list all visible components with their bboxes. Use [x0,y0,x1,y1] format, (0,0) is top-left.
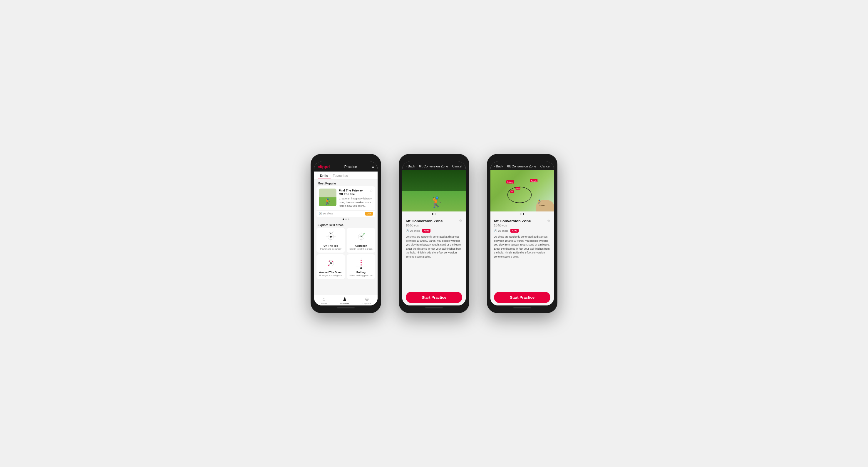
shots-meta-3: 🕐 20 shots [494,229,508,232]
off-tee-icon [323,230,338,243]
carousel-dots [314,218,378,221]
arg-tag-2: ARG [422,229,431,233]
nav-activities-label: Activities [340,302,350,305]
img-dot-2 [435,213,436,215]
screen-body: Most Popular 🏌️ Find The Fairway O [314,179,378,295]
detail-drill-title-3: 6ft Conversion Zone ☆ [494,219,550,223]
svg-point-25 [361,264,362,266]
atg-icon [323,257,338,270]
home-bar-3 [513,307,531,308]
svg-text:Miss: Miss [516,188,520,190]
tab-drills[interactable]: Drills [318,171,331,179]
drill-card[interactable]: 🏌️ Find The Fairway Off The Tee ☆ Create… [316,186,375,218]
golfer-figure: 🏌️ [430,196,443,208]
cancel-button-3[interactable]: Cancel [540,165,550,168]
detail-content-2: 6ft Conversion Zone ☆ 10-50 yds 🕐 20 sho… [402,216,466,292]
back-button-2[interactable]: ‹ Back [406,165,415,168]
shots-meta-2: 🕐 20 shots [406,229,420,232]
phone-2: ‹ Back 6ft Conversion Zone Cancel 🏌️ [399,154,469,313]
favourite-star[interactable]: ☆ [370,189,373,193]
drill-name-3: 6ft Conversion Zone [494,219,531,223]
image-dots-3 [490,211,554,216]
dot-1 [343,219,344,220]
detail-content-3: 6ft Conversion Zone ☆ 10-50 yds 🕐 20 sho… [490,216,554,292]
svg-point-26 [361,260,362,261]
detail-header-3: ‹ Back 6ft Conversion Zone Cancel [490,162,554,170]
nav-capture-label: Capture [363,302,371,305]
notch [422,158,446,160]
phone-3: ‹ Back 6ft Conversion Zone Cancel [487,154,557,313]
ott-tag: OTT [365,212,373,215]
start-practice-button-2[interactable]: Start Practice [406,292,462,303]
svg-point-12 [364,233,365,234]
detail-star-2[interactable]: ☆ [459,219,462,223]
skill-approach[interactable]: Approach Dial-in to hit the green [347,228,375,253]
shots-count: 10 shots [323,212,333,215]
nav-activities[interactable]: ♟ Activities [340,296,350,305]
skill-off-the-tee[interactable]: Off The Tee Power and accuracy [316,228,345,253]
clock-icon-3: 🕐 [494,229,497,232]
thumb-golfer: 🏌️ [324,198,332,205]
skill-desc-ott: Power and accuracy [320,247,341,250]
svg-text:Fairway: Fairway [507,181,514,184]
activities-icon: ♟ [343,296,347,302]
nav-home[interactable]: ⌂ Home [320,297,327,305]
arg-tag-3: ARG [510,229,519,233]
shots-label: 🕐 10 shots [319,212,333,215]
svg-text:SAND: SAND [539,204,545,206]
capture-icon: ⊕ [365,296,369,302]
shots-count-3: 20 shots [498,229,508,232]
drill-range-3: 10-50 yds [494,224,550,227]
detail-title-3: 6ft Conversion Zone [507,165,536,168]
svg-point-24 [361,262,362,263]
start-practice-button-3[interactable]: Start Practice [494,292,550,303]
svg-line-6 [328,232,331,233]
screen-2: ‹ Back 6ft Conversion Zone Cancel 🏌️ [402,162,466,305]
notch-3 [510,158,534,160]
img-dot-3-2 [523,213,524,215]
svg-point-3 [330,236,332,238]
drill-range-2: 10-50 yds [406,224,462,227]
drill-description: Create an imaginary fairway using trees … [339,197,373,208]
skill-name-putting: Putting [356,271,366,274]
skill-name-atg: Around The Green [319,271,342,274]
svg-text:Rough: Rough [531,180,536,182]
explore-label: Explore skill areas [314,221,378,228]
detail-star-3[interactable]: ☆ [547,219,550,223]
skill-around-green[interactable]: Around The Green Hone your short game [316,254,345,279]
nav-capture[interactable]: ⊕ Capture [363,296,371,305]
back-label-3: Back [496,165,503,168]
back-button-3[interactable]: ‹ Back [494,165,503,168]
tabs-bar: Drills Favourites [314,171,378,179]
drill-subtitle: Off The Tee [339,192,363,196]
most-popular-label: Most Popular [314,179,378,186]
home-icon: ⌂ [322,297,325,302]
svg-line-13 [361,234,364,237]
app-header: clippd Practice ≡ [314,162,378,171]
home-bar [337,307,355,308]
detail-header-2: ‹ Back 6ft Conversion Zone Cancel [402,162,466,170]
skill-desc-putting: Make and lag practice [349,274,372,277]
screen-3: ‹ Back 6ft Conversion Zone Cancel [490,162,554,305]
detail-body-2: 🏌️ 6ft Conversion Zone ☆ 10-50 yds [402,170,466,305]
dot-3 [348,219,349,220]
phone-1: clippd Practice ≡ Drills Favourites Most… [311,154,381,313]
approach-icon [354,230,369,243]
putting-icon [354,257,369,270]
skill-name-ott: Off The Tee [323,244,338,247]
drill-thumbnail: 🏌️ [319,189,336,206]
screen-1: clippd Practice ≡ Drills Favourites Most… [314,162,378,305]
tab-favourites[interactable]: Favourites [331,171,350,179]
drill-info: Find The Fairway Off The Tee ☆ Create an… [339,189,373,208]
menu-icon[interactable]: ≡ [372,165,374,169]
nav-home-label: Home [320,302,327,305]
notch [334,158,358,160]
cancel-button-2[interactable]: Cancel [452,165,462,168]
drill-meta-3: 🕐 20 shots ARG [494,229,550,233]
drill-card-inner: 🏌️ Find The Fairway Off The Tee ☆ Create… [316,186,375,210]
skill-putting[interactable]: Putting Make and lag practice [347,254,375,279]
drill-name-2: 6ft Conversion Zone [406,219,443,223]
bottom-nav: ⌂ Home ♟ Activities ⊕ Capture [314,295,378,305]
svg-line-19 [329,263,331,266]
drill-map: Fairway Rough Hit Miss SAND 🏌️ [490,170,554,211]
